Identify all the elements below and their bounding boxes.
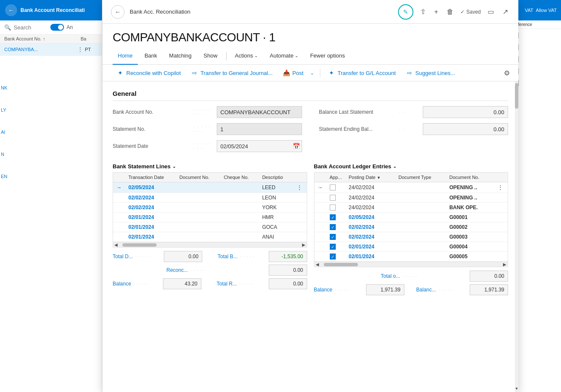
- nav-item-bank[interactable]: Bank: [140, 48, 163, 65]
- checkbox[interactable]: [330, 195, 336, 201]
- ledger-doc-no[interactable]: G00004: [446, 242, 493, 252]
- row-date[interactable]: 02/02/2024: [125, 193, 176, 203]
- ledger-doc-no[interactable]: G00005: [446, 252, 493, 262]
- row-date[interactable]: 02/01/2024: [125, 232, 176, 242]
- ledger-checkbox-1[interactable]: [326, 182, 346, 193]
- bank-statement-row-6[interactable]: 02/01/2024 ANAI: [113, 232, 307, 242]
- delete-button[interactable]: 🗑: [445, 6, 455, 17]
- side-label-n[interactable]: N: [1, 152, 7, 157]
- transfer-to-gl-account-button[interactable]: ✦ Transfer to G/L Account: [324, 67, 400, 78]
- ledger-checkbox-8[interactable]: ✓: [326, 252, 346, 262]
- add-button[interactable]: +: [433, 6, 440, 17]
- ledger-checkbox-7[interactable]: ✓: [326, 242, 346, 252]
- modal-back-button[interactable]: ←: [111, 5, 125, 19]
- checkbox-checked[interactable]: ✓: [330, 254, 336, 259]
- ledger-hscroll[interactable]: ◀ ▶: [314, 262, 508, 267]
- left-back-button[interactable]: ←: [5, 4, 17, 16]
- nav-item-home[interactable]: Home: [113, 48, 138, 65]
- ledger-row-2[interactable]: 24/02/2024 OPENING ..: [314, 193, 508, 203]
- search-input[interactable]: [14, 24, 48, 31]
- bank-statement-lines-header[interactable]: Bank Statement Lines ⌄: [113, 160, 307, 172]
- checkbox[interactable]: [330, 205, 336, 210]
- statement-date-input-group: 📅: [217, 140, 302, 152]
- left-row[interactable]: COMPANYBA... ⋮ PT: [0, 43, 102, 56]
- side-label-en[interactable]: EN: [1, 174, 7, 179]
- post-button[interactable]: 📥 Post: [279, 67, 308, 78]
- hscroll-thumb[interactable]: [122, 243, 157, 247]
- edit-button[interactable]: ✎: [398, 4, 413, 20]
- ledger-hscroll-thumb[interactable]: [324, 263, 358, 266]
- checkbox-checked[interactable]: ✓: [330, 244, 336, 250]
- scrollbar-thumb[interactable]: [515, 83, 518, 109]
- side-label-ai[interactable]: AI: [1, 130, 7, 135]
- checkbox[interactable]: [330, 184, 336, 190]
- ledger-checkbox-5[interactable]: ✓: [326, 222, 346, 232]
- nav-item-fewer-options[interactable]: Fewer options: [305, 48, 350, 65]
- ledger-doc-no[interactable]: G00001: [446, 213, 493, 222]
- nav-item-actions[interactable]: Actions ⌄: [230, 48, 263, 65]
- open-new-window-button[interactable]: ▭: [486, 6, 496, 17]
- ledger-hscroll-right[interactable]: ▶: [503, 262, 507, 267]
- ledger-doc-no[interactable]: G00003: [446, 232, 493, 242]
- vertical-scrollbar[interactable]: [515, 81, 518, 392]
- checkbox-checked[interactable]: ✓: [330, 234, 336, 240]
- checkbox-checked[interactable]: ✓: [330, 224, 336, 230]
- post-dropdown-button[interactable]: ⌄: [308, 68, 317, 78]
- nav-item-automate[interactable]: Automate ⌄: [265, 48, 303, 65]
- nav-item-show[interactable]: Show: [198, 48, 223, 65]
- bank-statement-row-2[interactable]: 02/02/2024 LEON: [113, 193, 307, 203]
- nav-item-matching[interactable]: Matching: [164, 48, 197, 65]
- ledger-checkbox-3[interactable]: [326, 203, 346, 213]
- side-label-nk[interactable]: NK: [1, 85, 7, 90]
- filter-icon[interactable]: ▼: [377, 176, 381, 180]
- bank-statement-row-1[interactable]: → 02/05/2024 LEED ⋮: [113, 182, 307, 193]
- ledger-doc-no[interactable]: OPENING ..: [446, 182, 493, 193]
- hscroll-left-arrow[interactable]: ◀: [114, 242, 118, 247]
- ledger-checkbox-4[interactable]: ✓: [326, 213, 346, 222]
- expand-button[interactable]: ↗: [501, 6, 510, 17]
- calendar-icon[interactable]: 📅: [293, 143, 300, 150]
- row-date[interactable]: 02/02/2024: [125, 203, 176, 213]
- ledger-checkbox-6[interactable]: ✓: [326, 232, 346, 242]
- bank-account-no-input[interactable]: [217, 106, 302, 118]
- modal-body[interactable]: General Bank Account No. · · · · · · · ·…: [102, 81, 518, 392]
- checkbox-checked[interactable]: ✓: [330, 214, 336, 220]
- ledger-row-5[interactable]: ✓ 02/02/2024 G00002: [314, 222, 508, 232]
- ledger-row-4[interactable]: ✓ 02/05/2024 G00001: [314, 213, 508, 222]
- ledger-row-3[interactable]: 24/02/2024 BANK OPE.: [314, 203, 508, 213]
- ledger-dots-button[interactable]: ⋮: [497, 184, 504, 191]
- ledger-checkbox-2[interactable]: [326, 193, 346, 203]
- side-label-ly[interactable]: LY: [1, 107, 7, 112]
- toggle-button[interactable]: [50, 24, 64, 31]
- bank-statement-hscroll[interactable]: ◀ ▶: [113, 242, 307, 247]
- balance-last-statement-input[interactable]: [423, 106, 508, 118]
- statement-date-input[interactable]: [221, 143, 293, 150]
- hscroll-right-arrow[interactable]: ▶: [302, 242, 306, 247]
- statement-no-input[interactable]: [217, 123, 302, 135]
- row-dots-button[interactable]: ⋮: [296, 184, 303, 191]
- share-button[interactable]: ⇧: [419, 6, 427, 17]
- th-cheque-no: Cheque No.: [220, 173, 259, 182]
- ledger-hscroll-left[interactable]: ◀: [315, 262, 320, 267]
- ledger-doc-no[interactable]: BANK OPE.: [446, 203, 493, 213]
- suggest-lines-button[interactable]: ⇨ Suggest Lines...: [402, 67, 459, 78]
- ledger-row-6[interactable]: ✓ 02/02/2024 G00003: [314, 232, 508, 242]
- row-date[interactable]: 02/01/2024: [125, 222, 176, 232]
- statement-ending-bal-input[interactable]: [423, 123, 508, 135]
- ledger-entries-header[interactable]: Bank Account Ledger Entries ⌄: [314, 160, 509, 172]
- bank-statement-row-3[interactable]: 02/02/2024 YORK: [113, 203, 307, 213]
- ledger-row-1[interactable]: → 24/02/2024 OPENING .. ⋮: [314, 182, 508, 193]
- bank-statement-row-5[interactable]: 02/01/2024 GOCA: [113, 222, 307, 232]
- row-date[interactable]: 02/01/2024: [125, 213, 176, 222]
- row-date[interactable]: 02/05/2024: [125, 182, 176, 193]
- settings-gear-icon[interactable]: ⚙: [504, 69, 510, 77]
- ledger-row-7[interactable]: ✓ 02/01/2024 G00004: [314, 242, 508, 252]
- left-row-dots[interactable]: ⋮: [77, 46, 83, 53]
- ledger-doc-no[interactable]: G00002: [446, 222, 493, 232]
- transfer-to-general-journal-button[interactable]: ⇨ Transfer to General Journal...: [187, 67, 277, 78]
- reconcile-with-copilot-button[interactable]: ✦ Reconcile with Copilot: [113, 67, 185, 78]
- bank-statement-row-4[interactable]: 02/01/2024 HMR: [113, 213, 307, 222]
- scroll-down-arrow[interactable]: ▼: [515, 385, 518, 392]
- ledger-row-8[interactable]: ✓ 02/01/2024 G00005: [314, 252, 508, 262]
- ledger-doc-no[interactable]: OPENING ..: [446, 193, 493, 203]
